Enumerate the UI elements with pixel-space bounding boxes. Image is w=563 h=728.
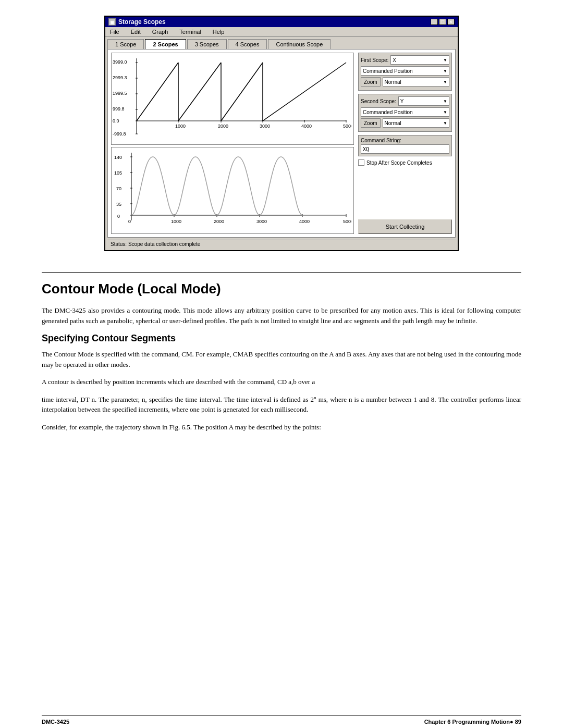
- svg-line-30: [263, 63, 346, 121]
- first-scope-zoom-dropdown[interactable]: Normal ▼: [383, 77, 449, 87]
- svg-text:70: 70: [116, 186, 121, 191]
- svg-text:-999.8: -999.8: [113, 131, 126, 137]
- body-paragraph-3: A contour is described by position incre…: [42, 377, 521, 387]
- first-scope-label-row: First Scope: X ▼: [361, 55, 449, 65]
- command-string-group: Command String:: [358, 135, 452, 156]
- first-scope-axis-dropdown[interactable]: X ▼: [390, 55, 449, 65]
- svg-text:999.8: 999.8: [113, 106, 125, 112]
- stop-after-label: Stop After Scope Completes: [366, 160, 432, 166]
- tab-2-scopes[interactable]: 2 Scopes: [145, 39, 186, 49]
- svg-text:1000: 1000: [175, 124, 186, 129]
- first-scope-zoom-value: Normal: [385, 79, 401, 85]
- body-paragraph-2: The Contour Mode is specified with the c…: [42, 349, 521, 369]
- svg-text:4000: 4000: [301, 124, 312, 129]
- svg-line-26: [178, 63, 221, 121]
- svg-text:140: 140: [114, 155, 122, 160]
- svg-text:0: 0: [128, 219, 131, 224]
- main-heading: Contour Mode (Local Mode): [42, 281, 521, 297]
- body-paragraph-4: time interval, DT n. The parameter, n, s…: [42, 394, 521, 415]
- menubar: File Edit Graph Terminal Help: [105, 27, 458, 37]
- status-text: Status: Scope data collection complete: [111, 241, 200, 247]
- tab-4-scopes[interactable]: 4 Scopes: [228, 39, 267, 49]
- svg-text:105: 105: [114, 170, 122, 176]
- svg-text:3000: 3000: [256, 219, 267, 224]
- close-button[interactable]: ×: [447, 19, 455, 25]
- command-string-input[interactable]: [361, 144, 449, 154]
- svg-text:5000: 5000: [343, 219, 351, 224]
- maximize-button[interactable]: □: [439, 19, 446, 25]
- first-scope-axis-value: X: [393, 57, 396, 63]
- sub-heading-specifying: Specifying Contour Segments: [42, 333, 521, 344]
- second-scope-group: Second Scope: Y ▼ Commanded Position ▼: [358, 94, 452, 132]
- svg-text:5000: 5000: [343, 124, 351, 129]
- second-scope-axis-value: Y: [400, 98, 404, 104]
- menu-help[interactable]: Help: [211, 28, 226, 35]
- second-scope-zoom-arrow-icon: ▼: [443, 121, 447, 126]
- second-scope-channel-row: Commanded Position ▼: [361, 107, 449, 117]
- first-scope-zoom-arrow-icon: ▼: [443, 80, 447, 84]
- first-scope-zoom-button[interactable]: Zoom: [361, 77, 381, 87]
- lower-graph-panel: 140 105 70 35 0 0 1000: [111, 147, 354, 234]
- tab-3-scopes[interactable]: 3 Scopes: [187, 39, 227, 49]
- svg-text:3999.0: 3999.0: [113, 59, 127, 65]
- menu-graph[interactable]: Graph: [151, 28, 170, 35]
- section-divider: [42, 272, 521, 273]
- second-scope-label: Second Scope:: [361, 98, 396, 104]
- status-bar: Status: Scope data collection complete: [107, 240, 456, 248]
- footer-left: DMC-3425: [42, 719, 69, 725]
- body-4-text: time interval, DT n. The parameter, n, s…: [42, 396, 314, 403]
- second-scope-axis-arrow-icon: ▼: [443, 99, 447, 104]
- svg-text:1999.5: 1999.5: [113, 91, 127, 96]
- second-scope-label-row: Second Scope: Y ▼: [361, 96, 449, 106]
- svg-text:2000: 2000: [214, 219, 224, 224]
- stop-after-checkbox[interactable]: [358, 159, 364, 166]
- menu-edit[interactable]: Edit: [129, 28, 142, 35]
- svg-line-28: [221, 63, 263, 121]
- menu-file[interactable]: File: [108, 28, 121, 35]
- window-title: Storage Scopes: [118, 18, 166, 26]
- second-scope-channel-dropdown[interactable]: Commanded Position ▼: [361, 107, 449, 117]
- command-string-label: Command String:: [361, 138, 449, 143]
- app-icon: ▣: [108, 18, 116, 26]
- minimize-button[interactable]: _: [431, 19, 438, 25]
- stop-after-row: Stop After Scope Completes: [358, 159, 452, 166]
- second-scope-zoom-dropdown[interactable]: Normal ▼: [383, 118, 449, 128]
- window-controls[interactable]: _ □ ×: [431, 19, 455, 25]
- first-scope-group: First Scope: X ▼ Commanded Position ▼: [358, 53, 452, 91]
- second-scope-zoom-button[interactable]: Zoom: [361, 118, 381, 128]
- second-scope-axis-dropdown[interactable]: Y ▼: [398, 96, 449, 106]
- tab-continuous-scope[interactable]: Continuous Scope: [268, 39, 331, 49]
- first-scope-channel-arrow-icon: ▼: [443, 69, 447, 73]
- svg-text:3000: 3000: [260, 124, 270, 129]
- tab-1-scope[interactable]: 1 Scope: [107, 39, 144, 49]
- tabs-row: 1 Scope 2 Scopes 3 Scopes 4 Scopes Conti…: [105, 37, 458, 49]
- window-content: 3999.0 2999.3 1999.5 999.8 0.0 -999.8 1: [107, 49, 456, 238]
- second-scope-zoom-row: Zoom Normal ▼: [361, 118, 449, 128]
- second-scope-channel-value: Commanded Position: [363, 109, 413, 115]
- svg-text:0.0: 0.0: [113, 118, 119, 124]
- second-scope-zoom-value: Normal: [385, 120, 401, 126]
- page-footer: DMC-3425 Chapter 6 Programming Motion● 8…: [42, 715, 521, 728]
- start-collecting-button[interactable]: Start Collecting: [358, 219, 452, 234]
- svg-line-24: [137, 63, 178, 121]
- footer-right: Chapter 6 Programming Motion● 89: [424, 719, 521, 725]
- first-scope-zoom-row: Zoom Normal ▼: [361, 77, 449, 87]
- window-container: ▣ Storage Scopes _ □ × File Edit Graph T…: [42, 16, 521, 251]
- storage-scopes-window: ▣ Storage Scopes _ □ × File Edit Graph T…: [104, 16, 459, 251]
- first-scope-channel-value: Commanded Position: [363, 68, 413, 74]
- svg-text:1000: 1000: [171, 219, 181, 224]
- menu-terminal[interactable]: Terminal: [178, 28, 203, 35]
- second-scope-channel-arrow-icon: ▼: [443, 110, 447, 115]
- page: ▣ Storage Scopes _ □ × File Edit Graph T…: [0, 0, 563, 728]
- svg-text:35: 35: [116, 202, 121, 207]
- body-paragraph-1: The DMC-3425 also provides a contouring …: [42, 305, 521, 326]
- first-scope-channel-dropdown[interactable]: Commanded Position ▼: [361, 66, 449, 76]
- svg-text:0: 0: [117, 214, 120, 219]
- svg-text:2999.3: 2999.3: [113, 75, 127, 80]
- graph-area: 3999.0 2999.3 1999.5 999.8 0.0 -999.8 1: [111, 53, 354, 234]
- first-scope-label: First Scope:: [361, 57, 388, 63]
- svg-text:4000: 4000: [299, 219, 310, 224]
- lower-chart: 140 105 70 35 0 0 1000: [112, 147, 351, 233]
- controls-panel: First Scope: X ▼ Commanded Position ▼: [358, 53, 452, 234]
- svg-text:2000: 2000: [218, 124, 228, 129]
